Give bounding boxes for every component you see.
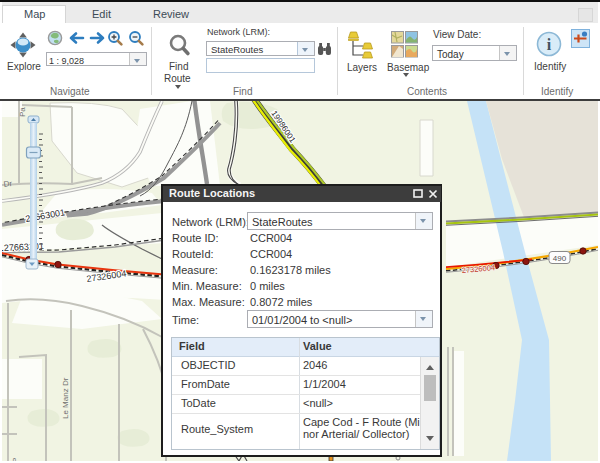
svg-text:i: i: [547, 36, 552, 53]
svg-text:P: P: [11, 458, 20, 461]
svg-text:Dr: Dr: [3, 179, 13, 189]
svg-text:490: 490: [553, 254, 567, 263]
svg-text:Le Manz Dr: Le Manz Dr: [61, 377, 70, 419]
svg-text:27663101: 27663101: [4, 241, 45, 253]
svg-text:Pa: Pa: [18, 107, 27, 117]
